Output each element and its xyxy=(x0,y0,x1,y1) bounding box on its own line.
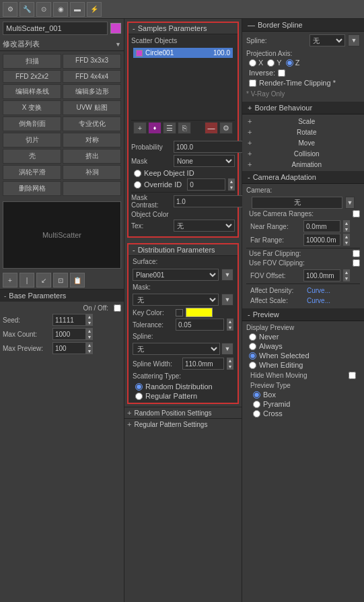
btn-extrude[interactable]: 挤出 xyxy=(63,149,121,164)
btn-ffd4[interactable]: FFD 4x4x4 xyxy=(63,70,121,83)
scatter-delete-btn[interactable]: — xyxy=(205,122,218,134)
on-off-checkbox[interactable] xyxy=(114,304,121,312)
random-position-row[interactable]: + Random Position Settings xyxy=(124,407,242,418)
btn-scan[interactable]: 扫描 xyxy=(3,54,61,69)
max-count-down[interactable]: ▼ xyxy=(86,334,93,340)
btn-cap[interactable]: 补洞 xyxy=(63,165,121,180)
seed-input[interactable] xyxy=(52,314,86,326)
random-dist-radio[interactable] xyxy=(135,383,143,391)
surface-btn[interactable]: ▼ xyxy=(221,269,233,281)
btn-xtransform[interactable]: X 变换 xyxy=(3,100,61,115)
btn-shell[interactable]: 壳 xyxy=(3,149,61,164)
never-radio[interactable] xyxy=(249,333,256,341)
color-swatch[interactable] xyxy=(110,23,121,34)
override-id-down[interactable]: ▼ xyxy=(228,185,235,191)
mask-select[interactable]: None xyxy=(174,155,235,167)
keep-object-id-radio[interactable] xyxy=(134,170,141,177)
scale-row[interactable]: + Scale xyxy=(245,116,361,127)
scatter-settings-btn[interactable]: ⚙ xyxy=(219,122,233,134)
toolbar-icon-2[interactable]: 🔧 xyxy=(20,2,34,17)
toolbar-icon-1[interactable]: ⚙ xyxy=(3,2,17,17)
far-range-input[interactable] xyxy=(303,234,340,246)
regular-pattern-radio[interactable] xyxy=(135,393,143,400)
bottom-icon-3[interactable]: ↙ xyxy=(36,273,51,288)
axis-y-radio[interactable] xyxy=(267,59,275,67)
regular-pattern-settings-row[interactable]: + Regular Pattern Settings xyxy=(124,418,242,430)
toolbar-icon-4[interactable]: ◉ xyxy=(53,2,68,17)
spline-select-btn-r[interactable]: ▼ xyxy=(348,34,360,46)
seed-up[interactable]: ▲ xyxy=(86,314,93,320)
bottom-icon-5[interactable]: 📋 xyxy=(70,273,85,288)
override-id-up[interactable]: ▲ xyxy=(228,178,235,185)
spline-select-r[interactable]: 无 xyxy=(310,34,345,46)
tolerance-up[interactable]: ▲ xyxy=(227,319,233,325)
camera-select-btn[interactable]: ▼ xyxy=(345,197,355,209)
seed-down[interactable]: ▼ xyxy=(86,320,93,326)
axis-x-radio[interactable] xyxy=(249,59,256,67)
mask-section-btn[interactable]: ▼ xyxy=(221,294,233,306)
near-range-up[interactable]: ▲ xyxy=(343,220,350,226)
override-id-radio[interactable] xyxy=(134,181,141,189)
far-range-down[interactable]: ▼ xyxy=(343,240,350,246)
cross-radio[interactable] xyxy=(253,410,260,417)
near-range-down[interactable]: ▼ xyxy=(343,226,350,232)
axis-z-radio[interactable] xyxy=(286,59,293,67)
max-preview-input[interactable] xyxy=(52,342,86,354)
spline-btn[interactable]: ▼ xyxy=(221,343,233,355)
animation-row[interactable]: + Animation xyxy=(245,159,361,170)
surface-select[interactable]: Plane001 xyxy=(133,269,219,281)
max-count-up[interactable]: ▲ xyxy=(86,328,93,334)
spline-width-down[interactable]: ▼ xyxy=(227,364,233,370)
btn-ffd3[interactable]: FFD 3x3x3 xyxy=(63,54,121,69)
max-preview-down[interactable]: ▼ xyxy=(86,348,93,354)
far-range-up[interactable]: ▲ xyxy=(343,234,350,240)
spline-width-input[interactable] xyxy=(182,358,224,370)
camera-input[interactable] xyxy=(252,197,342,209)
btn-ffd2[interactable]: FFD 2x2x2 xyxy=(3,70,61,83)
bottom-icon-4[interactable]: ⊡ xyxy=(53,273,68,288)
when-editing-radio[interactable] xyxy=(249,362,256,369)
btn-edit-poly[interactable]: 编辑多边形 xyxy=(63,84,121,99)
box-radio[interactable] xyxy=(253,391,260,399)
toolbar-icon-5[interactable]: ▬ xyxy=(70,2,85,17)
hide-moving-checkbox[interactable] xyxy=(349,372,356,379)
always-radio[interactable] xyxy=(249,343,256,350)
mask-section-select[interactable]: 无 xyxy=(133,294,219,306)
bottom-icon-2[interactable]: | xyxy=(20,273,34,288)
btn-turbo-smooth[interactable]: 涡轮平滑 xyxy=(3,165,61,180)
scatter-copy-btn[interactable]: ⎘ xyxy=(178,122,191,134)
override-id-input[interactable] xyxy=(187,178,225,191)
spline-width-up[interactable]: ▲ xyxy=(227,358,233,364)
spline-select[interactable]: 无 xyxy=(133,343,220,355)
btn-slice[interactable]: 切片 xyxy=(3,133,61,147)
move-row[interactable]: + Move xyxy=(245,137,361,148)
btn-bevel-profile[interactable]: 倒角剖面 xyxy=(3,116,61,131)
tolerance-input[interactable] xyxy=(176,319,224,331)
tolerance-down[interactable]: ▼ xyxy=(227,325,233,331)
keycolor-checkbox[interactable] xyxy=(176,309,183,316)
scatter-list-btn[interactable]: ☰ xyxy=(163,122,176,134)
btn-pro-opt[interactable]: 专业优化 xyxy=(63,116,121,131)
bottom-icon-1[interactable]: + xyxy=(3,273,17,288)
scatter-pink-btn[interactable]: ♦ xyxy=(148,122,161,134)
modifier-list-row[interactable]: 修改器列表 ▼ xyxy=(0,38,124,51)
scatter-item-0[interactable]: Circle001 100.0 xyxy=(133,48,233,58)
scatter-add-btn[interactable]: + xyxy=(133,122,147,134)
when-selected-radio[interactable] xyxy=(249,352,256,360)
render-time-checkbox[interactable] xyxy=(249,79,256,87)
affect-density-curve[interactable]: Curve... xyxy=(307,287,330,294)
object-name-input[interactable] xyxy=(3,22,108,35)
btn-uvw[interactable]: UVW 贴图 xyxy=(63,100,121,115)
fov-offset-down[interactable]: ▼ xyxy=(343,275,350,281)
use-fov-clipping-checkbox[interactable] xyxy=(353,259,360,267)
near-range-input[interactable] xyxy=(303,220,340,232)
toolbar-icon-6[interactable]: ⚡ xyxy=(87,2,102,17)
max-count-input[interactable] xyxy=(52,328,86,340)
keycolor-swatch[interactable] xyxy=(186,308,213,317)
fov-offset-up[interactable]: ▲ xyxy=(343,269,350,275)
max-preview-up[interactable]: ▲ xyxy=(86,342,93,348)
btn-edit-spline[interactable]: 编辑样条线 xyxy=(3,84,61,99)
use-far-clipping-checkbox[interactable] xyxy=(353,250,360,257)
btn-delete-mesh[interactable]: 删除网格 xyxy=(3,181,61,196)
inverse-checkbox[interactable] xyxy=(278,69,285,77)
